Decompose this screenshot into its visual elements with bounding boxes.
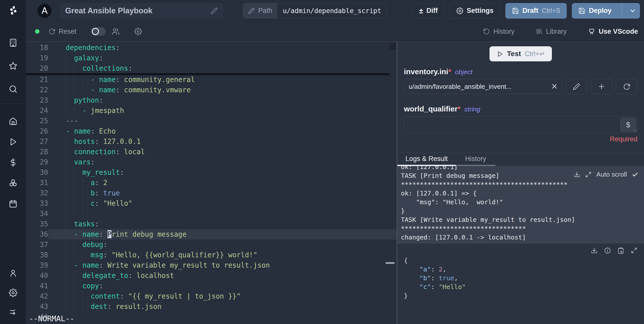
code-line-18[interactable]: 18dependencies: <box>26 43 397 53</box>
topbar: A Great Ansible Playbook Path u/admin/de… <box>26 0 644 21</box>
download-result-icon[interactable] <box>591 247 598 254</box>
code-line-33[interactable]: 33 c: "Hello" <box>26 198 397 209</box>
diff-button[interactable]: ± Diff <box>412 3 444 19</box>
diff-icon: ± <box>419 7 423 15</box>
code-line-41[interactable]: 41 copy: <box>26 281 397 291</box>
line-number: 43 <box>26 301 48 312</box>
code-line-35[interactable]: 35 tasks: <box>26 219 397 229</box>
line-number: 33 <box>26 198 48 209</box>
settings-gear-icon[interactable] <box>8 288 18 298</box>
search-icon[interactable] <box>8 84 18 94</box>
code-line-38[interactable]: 38 msg: "Hello, {{world_qualifier}} worl… <box>26 250 397 260</box>
inventory-resource-input[interactable] <box>404 79 562 94</box>
code-line-23[interactable]: 23 python: <box>26 95 397 105</box>
logout-icon[interactable] <box>8 307 18 317</box>
history-button[interactable]: History <box>483 28 514 35</box>
code-line-21[interactable]: 21 - name: community.general <box>26 74 397 85</box>
assistant-toggle[interactable] <box>91 27 106 36</box>
editor-settings-gear-icon[interactable] <box>134 28 142 35</box>
home-icon[interactable] <box>8 116 18 126</box>
code-line-31[interactable]: 31 a: 2 <box>26 178 397 188</box>
favorites-star-icon[interactable] <box>8 61 18 71</box>
clear-inventory-icon[interactable] <box>551 83 558 90</box>
code-line-40[interactable]: 40 delegate_to: localhost <box>26 270 397 281</box>
autoscroll-label[interactable]: Auto scroll <box>596 170 627 179</box>
code-line-29[interactable]: 29 vars: <box>26 157 397 167</box>
field-world-qualifier-type: string <box>464 105 480 113</box>
code-line-20[interactable]: 20 collections: <box>26 63 397 73</box>
result-json[interactable]: { "a": 2, "b": true, "c": "Hello"} <box>404 256 637 300</box>
required-error: Required <box>404 135 637 143</box>
code-line-39[interactable]: 39 - name: Write variable my_result to r… <box>26 260 397 270</box>
line-number: 29 <box>26 157 48 167</box>
line-number: 32 <box>26 188 48 198</box>
code-line-44[interactable]: 44 <box>26 312 397 322</box>
log-line: TASK [Write variable my_result to result… <box>401 215 640 224</box>
script-title: Great Ansible Playbook <box>65 6 208 15</box>
code-line-28[interactable]: 28 connection: local <box>26 147 397 157</box>
draft-button[interactable]: Draft Ctrl+S <box>505 3 567 19</box>
script-title-input[interactable]: Great Ansible Playbook <box>60 3 223 19</box>
sidebar-divider <box>0 103 26 104</box>
use-vscode-button[interactable]: Use VScode <box>588 28 638 35</box>
schedules-calendar-icon[interactable] <box>8 199 18 209</box>
line-number: 26 <box>26 126 48 136</box>
code-line-26[interactable]: 26- name: Echo <box>26 126 397 136</box>
log-output[interactable]: ok: [127.0.0.1]TASK [Print debug message… <box>397 166 644 244</box>
download-logs-icon[interactable] <box>574 171 580 178</box>
code-line-37[interactable]: 37 debug: <box>26 239 397 250</box>
line-number: 38 <box>26 250 48 260</box>
history-clock-icon <box>483 28 490 35</box>
runs-play-icon[interactable] <box>8 137 18 147</box>
path-pencil-icon <box>248 8 255 14</box>
expand-result-icon[interactable] <box>631 247 637 254</box>
edit-title-pencil-icon[interactable] <box>211 7 218 14</box>
code-line-43[interactable]: 43 dest: result.json <box>26 301 397 312</box>
edit-inventory-button[interactable] <box>565 79 587 94</box>
expand-logs-icon[interactable] <box>585 171 592 178</box>
result-info-icon[interactable] <box>604 247 611 254</box>
deploy-dropdown-button[interactable] <box>625 7 640 14</box>
add-inventory-button[interactable] <box>591 79 612 94</box>
tab-history[interactable]: History <box>456 153 496 166</box>
connection-status-dot <box>35 29 40 34</box>
code-line-32[interactable]: 32 b: true <box>26 188 397 198</box>
refresh-inventory-button[interactable] <box>616 79 637 94</box>
user-icon[interactable] <box>8 268 18 278</box>
code-line-22[interactable]: 22 - name: community.vmware <box>26 85 397 95</box>
test-button[interactable]: Test Ctrl+↵ <box>489 46 552 61</box>
windmill-logo[interactable] <box>0 0 26 21</box>
reset-button[interactable]: Reset <box>49 28 77 35</box>
editor-toolbar: Reset History Library Use VScode <box>26 21 644 42</box>
pane-resize-handle[interactable] <box>386 262 395 264</box>
code-line-36[interactable]: 36 - name: Print debug message <box>26 229 397 239</box>
code-editor[interactable]: 18dependencies:19 galaxy:20 collections:… <box>26 42 397 324</box>
library-button[interactable]: Library <box>536 28 567 35</box>
editor-scrollbar-thumb[interactable] <box>389 43 396 49</box>
line-number: 22 <box>26 85 48 95</box>
multiplayer-users-icon[interactable] <box>112 27 120 35</box>
variable-picker-button[interactable]: $ <box>620 118 636 132</box>
deploy-split-divider <box>622 3 622 19</box>
code-line-34[interactable]: 34 <box>26 209 397 219</box>
autoscroll-check-icon[interactable] <box>632 171 638 178</box>
variables-dollar-icon[interactable] <box>8 157 18 168</box>
settings-button[interactable]: Settings <box>449 3 500 19</box>
code-line-42[interactable]: 42 content: "{{ my_result | to_json }}" <box>26 291 397 301</box>
line-number: 30 <box>26 167 48 178</box>
world-qualifier-input[interactable] <box>404 116 637 133</box>
code-line-30[interactable]: 30 my_result: <box>26 167 397 178</box>
deploy-button[interactable]: Deploy <box>572 3 640 19</box>
code-line-25[interactable]: 25--- <box>26 116 397 126</box>
save-icon <box>578 7 585 14</box>
path-chip[interactable]: Path u/admin/dependable_script <box>243 3 387 19</box>
code-line-27[interactable]: 27 hosts: 127.0.0.1 <box>26 136 397 147</box>
copy-result-icon[interactable] <box>617 247 624 254</box>
workspace-icon[interactable] <box>8 38 18 48</box>
code-line-24[interactable]: 24 - jmespath <box>26 105 397 116</box>
resources-cubes-icon[interactable] <box>8 178 18 188</box>
line-number: 31 <box>26 178 48 188</box>
result-line: "a": 2, <box>404 265 637 274</box>
code-line-19[interactable]: 19 galaxy: <box>26 53 397 63</box>
tab-logs-result[interactable]: Logs & Result <box>397 153 456 166</box>
